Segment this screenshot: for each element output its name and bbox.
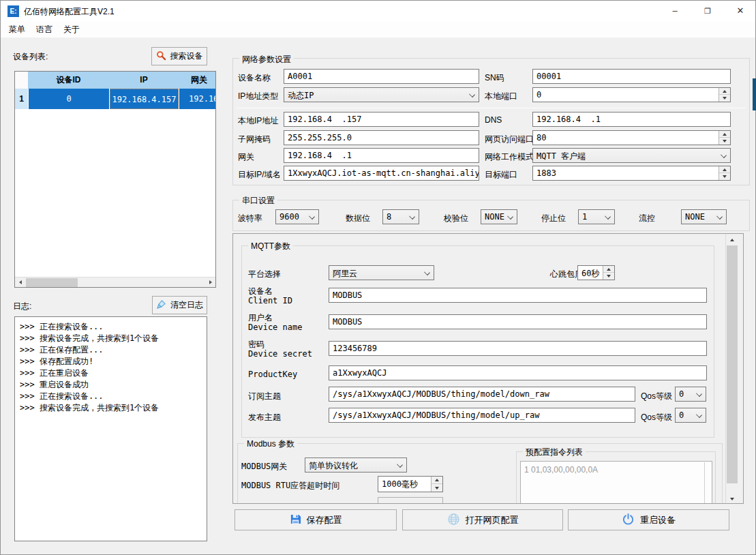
modbus-gateway-select[interactable]: 简单协议转化 xyxy=(305,457,407,472)
menu-item-about[interactable]: 关于 xyxy=(59,22,84,36)
client-id-input[interactable]: MODBUS xyxy=(329,288,707,303)
local-port-label: 本地端口 xyxy=(485,91,517,102)
device-list-label: 设备列表: xyxy=(13,51,48,63)
table-header-ip[interactable]: IP xyxy=(109,72,179,89)
heartbeat-stepper[interactable]: 60秒 xyxy=(577,265,615,280)
device-table[interactable]: 设备ID IP 网关 1 0 192.168.4.157 192.168 xyxy=(14,71,216,288)
panel-vertical-scrollbar[interactable] xyxy=(725,234,738,504)
log-output[interactable]: >>> 正在搜索设备... >>> 搜索设备完成，共搜索到1个设备 >>> 正在… xyxy=(14,316,207,541)
mqtt-group-title: MQTT参数 xyxy=(248,241,293,252)
product-key-input[interactable]: a1XxwyxAQCJ xyxy=(329,365,707,380)
chevron-down-icon xyxy=(605,213,611,220)
web-port-stepper[interactable]: 80 xyxy=(532,130,731,145)
close-button[interactable]: ✕ xyxy=(725,1,756,21)
target-ip-input[interactable]: 1XxwyxAQCJ.iot-as-mqtt.cn-shanghai.aliyu… xyxy=(284,166,479,181)
mqtt-username-input[interactable]: MODBUS xyxy=(329,314,707,329)
device-name-input[interactable]: A0001 xyxy=(284,69,479,84)
save-config-button[interactable]: 保存配置 xyxy=(235,509,397,530)
table-header-device-id[interactable]: 设备ID xyxy=(28,72,109,89)
table-horizontal-scrollbar[interactable] xyxy=(15,277,215,287)
scrollbar-thumb[interactable] xyxy=(26,278,78,287)
publish-qos-select[interactable]: 0 xyxy=(675,408,706,423)
divider xyxy=(237,108,746,108)
sn-input[interactable]: 00001 xyxy=(532,69,731,84)
parity-select[interactable]: NONE xyxy=(481,209,517,224)
scroll-left-icon[interactable] xyxy=(15,278,25,287)
search-icon xyxy=(156,50,166,63)
preset-commands-title: 预配置指令列表 xyxy=(523,447,586,458)
log-line: >>> 正在搜索设备... xyxy=(20,321,207,333)
minimize-button[interactable]: – xyxy=(659,1,691,21)
log-label: 日志: xyxy=(13,301,31,312)
table-header-gateway[interactable]: 网关 xyxy=(179,72,216,89)
ip-cell[interactable]: 192.168.4.157 xyxy=(110,89,179,109)
clear-log-button[interactable]: 清空日志 xyxy=(152,296,207,314)
spin-down-icon[interactable] xyxy=(719,95,730,102)
row-number-cell[interactable]: 1 xyxy=(15,89,28,109)
spin-up-icon[interactable] xyxy=(719,88,730,95)
device-name-label: 设备名称 xyxy=(238,72,271,84)
scroll-up-icon[interactable] xyxy=(726,234,738,245)
search-device-label: 搜索设备 xyxy=(170,50,203,62)
parameters-scroll-panel[interactable]: MQTT参数 平台选择 阿里云 心跳包周期 60秒 设备名 Client ID … xyxy=(232,233,744,504)
publish-topic-input[interactable]: /sys/a1XxwyxAQCJ/MODBUS/thing/model/up_r… xyxy=(329,408,635,423)
local-ip-input[interactable]: 192.168.4 .157 xyxy=(284,112,479,127)
divider xyxy=(704,462,705,504)
gateway-cell[interactable]: 192.168 xyxy=(179,89,216,109)
log-line: >>> 正在保存配置... xyxy=(20,344,207,356)
data-bits-select[interactable]: 8 xyxy=(382,209,419,224)
spin-down-icon[interactable] xyxy=(719,173,730,180)
device-id-cell[interactable]: 0 xyxy=(29,89,109,109)
spin-up-icon[interactable] xyxy=(719,131,730,138)
gateway-input[interactable]: 192.168.4 .1 xyxy=(284,148,479,163)
log-line: >>> 保存配置成功! xyxy=(20,356,207,368)
spin-down-icon[interactable] xyxy=(603,273,614,280)
maximize-button[interactable]: ❐ xyxy=(692,1,723,21)
product-key-label: ProductKey xyxy=(248,370,297,379)
globe-icon xyxy=(447,513,460,528)
flow-control-label: 流控 xyxy=(639,213,655,224)
scroll-right-icon[interactable] xyxy=(205,278,215,287)
mqtt-secret-input[interactable]: 123456789 xyxy=(329,341,707,356)
search-device-button[interactable]: 搜索设备 xyxy=(151,47,207,65)
preset-command-item[interactable]: 1 01,03,00,00,00,0A xyxy=(524,465,598,475)
flow-control-select[interactable]: NONE xyxy=(681,209,727,224)
ip-type-select[interactable]: 动态IP xyxy=(284,87,479,102)
publish-topic-label: 发布主题 xyxy=(248,412,281,423)
menu-item-menu[interactable]: 菜单 xyxy=(5,22,29,36)
dns-input[interactable]: 192.168.4 .1 xyxy=(532,112,731,127)
log-line: >>> 搜索设备完成，共搜索到1个设备 xyxy=(20,402,207,414)
scrollbar-thumb[interactable] xyxy=(727,245,738,483)
restart-device-button[interactable]: 重启设备 xyxy=(568,509,729,530)
target-port-label: 目标端口 xyxy=(485,169,517,181)
modbus-gateway-label: MODBUS网关 xyxy=(241,461,287,472)
spin-up-icon[interactable] xyxy=(719,166,730,173)
save-icon xyxy=(290,513,301,527)
local-port-stepper[interactable]: 0 xyxy=(532,87,731,102)
stop-bits-label: 停止位 xyxy=(541,213,566,224)
stop-bits-select[interactable]: 1 xyxy=(578,209,615,224)
subscribe-topic-input[interactable]: /sys/a1XxwyxAQCJ/MODBUS/thing/model/down… xyxy=(329,387,635,402)
scroll-down-icon[interactable] xyxy=(726,493,738,504)
net-mode-select[interactable]: MQTT 客户端 xyxy=(532,148,731,163)
menu-item-language[interactable]: 语言 xyxy=(32,22,57,36)
spin-down-icon[interactable] xyxy=(719,138,730,145)
platform-select[interactable]: 阿里云 xyxy=(329,265,434,280)
chevron-down-icon xyxy=(507,213,513,220)
spin-up-icon[interactable] xyxy=(603,266,614,273)
spin-up-icon[interactable] xyxy=(432,477,442,484)
save-config-label: 保存配置 xyxy=(307,514,342,526)
preset-commands-list[interactable]: 1 01,03,00,00,00,0A xyxy=(520,461,712,504)
brush-icon xyxy=(156,299,166,312)
dns-label: DNS xyxy=(485,115,502,125)
target-port-stepper[interactable]: 1883 xyxy=(532,166,731,181)
subscribe-qos-select[interactable]: 0 xyxy=(675,387,706,402)
subnet-label: 子网掩码 xyxy=(238,134,271,145)
spin-down-icon[interactable] xyxy=(432,484,442,492)
subnet-input[interactable]: 255.255.255.0 xyxy=(284,130,479,145)
app-logo-icon: E: xyxy=(7,5,19,17)
publish-qos-label: Qos等级 xyxy=(641,412,672,423)
baud-rate-select[interactable]: 9600 xyxy=(275,209,319,224)
rtu-timeout-stepper[interactable]: 1000毫秒 xyxy=(378,476,443,492)
open-web-config-button[interactable]: 打开网页配置 xyxy=(402,509,563,530)
